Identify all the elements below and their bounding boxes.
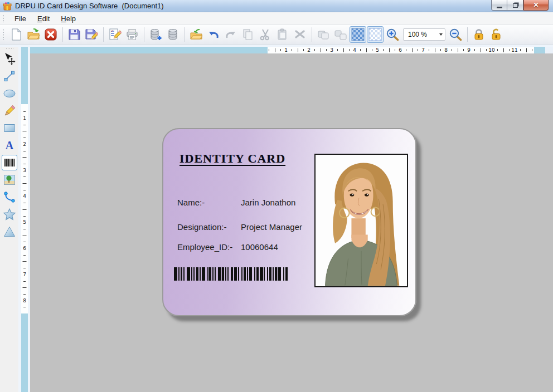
vertical-ruler-scale: 12345678 xyxy=(21,104,28,313)
undo-button[interactable] xyxy=(205,26,222,43)
menu-file[interactable]: File xyxy=(9,13,32,24)
tool-palette: A xyxy=(0,47,18,392)
group-icon xyxy=(317,28,330,41)
main-toolbar: 100 % xyxy=(0,25,553,45)
zoom-in-button[interactable] xyxy=(384,26,401,43)
star-tool[interactable] xyxy=(2,207,17,222)
window-controls: ✕ xyxy=(491,0,549,11)
new-document-icon xyxy=(9,28,23,41)
group-button xyxy=(315,26,332,43)
menubar-grip xyxy=(3,14,4,22)
card-field-name[interactable]: Name:- Jarin Jonathon xyxy=(177,198,317,208)
import-folder-icon xyxy=(190,28,203,41)
select-move-icon xyxy=(3,52,16,66)
curve-icon xyxy=(3,190,16,204)
ellipse-icon xyxy=(3,87,16,100)
barcode-object[interactable] xyxy=(174,267,289,281)
window-title: DRPU ID Card Design Software (Document1) xyxy=(15,2,164,10)
restore-button[interactable] xyxy=(507,0,523,11)
redo-icon xyxy=(224,28,237,41)
curve-tool[interactable] xyxy=(2,189,17,205)
palette-grip xyxy=(6,48,13,50)
toolbar-separator xyxy=(103,27,104,42)
paste-button xyxy=(274,26,291,43)
zoom-level-combobox[interactable]: 100 % xyxy=(403,28,445,41)
toolbar-separator xyxy=(62,27,63,42)
card-field-designation[interactable]: Designation:- Project Manager xyxy=(177,222,317,232)
combobox-dropdown-icon[interactable] xyxy=(437,33,445,36)
import-folder-button[interactable] xyxy=(188,26,205,43)
portrait-photo[interactable] xyxy=(314,154,408,287)
toolbar-separator xyxy=(144,27,144,42)
rectangle-tool[interactable] xyxy=(2,120,17,136)
unlock-icon xyxy=(489,28,503,41)
database-icon xyxy=(166,28,180,41)
select-tool[interactable] xyxy=(2,51,17,67)
menu-help[interactable]: Help xyxy=(55,13,81,24)
page-settings-icon xyxy=(108,28,122,41)
zoom-out-button[interactable] xyxy=(447,26,464,43)
unlock-button[interactable] xyxy=(488,26,505,43)
triangle-icon xyxy=(3,225,16,238)
lock-button[interactable] xyxy=(470,26,487,43)
star-icon xyxy=(3,208,16,221)
lock-icon xyxy=(472,28,486,41)
ungroup-button xyxy=(332,26,349,43)
zoom-level-value: 100 % xyxy=(404,31,437,38)
grid-sparse-button[interactable] xyxy=(367,26,384,43)
database-button[interactable] xyxy=(164,26,181,43)
barcode-tool[interactable] xyxy=(2,155,17,170)
minimize-button[interactable] xyxy=(491,0,507,11)
toolbar-separator xyxy=(312,27,312,42)
print-icon xyxy=(125,28,139,41)
paste-icon xyxy=(276,28,289,41)
design-canvas[interactable]: IDENTITY CARD Name:- Jarin Jonathon Desi… xyxy=(30,53,553,392)
barcode-icon xyxy=(3,156,16,169)
grid-sparse-icon xyxy=(368,28,382,41)
print-button[interactable] xyxy=(124,26,140,43)
close-document-icon xyxy=(44,28,57,41)
pencil-tool[interactable] xyxy=(2,103,17,119)
page-settings-button[interactable] xyxy=(106,26,123,43)
rectangle-icon xyxy=(3,121,16,135)
toolbar-separator xyxy=(467,27,468,42)
horizontal-ruler-tail xyxy=(545,47,553,53)
card-title[interactable]: IDENTITY CARD xyxy=(180,151,285,166)
application-window: DRPU ID Card Design Software (Document1)… xyxy=(0,0,553,392)
text-tool[interactable]: A xyxy=(2,138,17,153)
new-document-button[interactable] xyxy=(8,26,25,43)
close-document-button[interactable] xyxy=(42,26,59,43)
workspace: A xyxy=(0,45,553,392)
copy-icon xyxy=(241,28,255,41)
image-tool[interactable] xyxy=(2,172,17,188)
menu-bar: File Edit Help xyxy=(0,12,553,25)
delete-icon xyxy=(293,28,307,41)
card-field-employee-id[interactable]: Employee_ID:- 10060644 xyxy=(177,242,317,252)
cut-scissors-icon xyxy=(259,28,272,41)
minimize-icon xyxy=(497,7,502,8)
field-label: Designation:- xyxy=(177,222,226,232)
cut-button xyxy=(257,26,274,43)
open-document-button[interactable] xyxy=(25,26,42,43)
save-as-icon xyxy=(85,28,98,41)
menu-edit[interactable]: Edit xyxy=(32,13,55,24)
pencil-icon xyxy=(3,104,16,117)
toolbar-grip xyxy=(3,28,4,41)
zoom-out-icon xyxy=(449,28,462,41)
line-icon xyxy=(3,70,16,83)
grid-dense-button[interactable] xyxy=(350,26,366,43)
title-bar: DRPU ID Card Design Software (Document1)… xyxy=(0,0,553,12)
ellipse-tool[interactable] xyxy=(2,86,17,101)
triangle-tool[interactable] xyxy=(2,224,17,239)
image-icon xyxy=(3,173,16,187)
horizontal-ruler-scale: 1234567891011 xyxy=(268,47,534,53)
line-tool[interactable] xyxy=(2,68,17,84)
save-button[interactable] xyxy=(66,26,83,43)
horizontal-ruler: 1234567891011 xyxy=(30,47,553,53)
copy-button xyxy=(240,26,256,43)
add-database-button[interactable] xyxy=(147,26,164,43)
toolbar-separator xyxy=(185,27,185,42)
id-card-object[interactable]: IDENTITY CARD Name:- Jarin Jonathon Desi… xyxy=(162,128,416,316)
close-button[interactable]: ✕ xyxy=(523,0,549,11)
save-as-button[interactable] xyxy=(83,26,100,43)
